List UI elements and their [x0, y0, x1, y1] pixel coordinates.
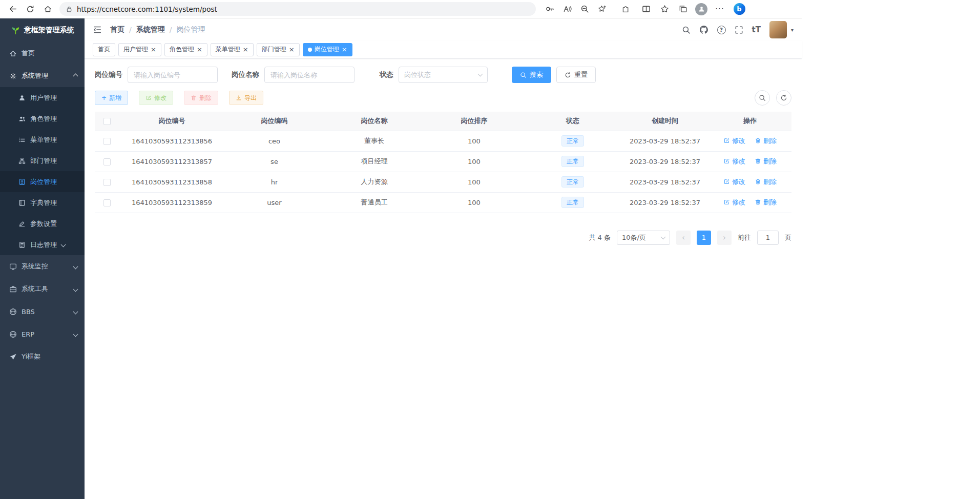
sidebar-item-home[interactable]: 首页 [0, 42, 85, 65]
row-edit-link[interactable]: 修改 [723, 198, 745, 207]
row-checkbox[interactable] [103, 138, 111, 145]
help-icon[interactable]: ? [717, 26, 726, 34]
gear-icon [9, 72, 17, 80]
edit-icon [145, 95, 152, 101]
browser-profile-avatar[interactable] [694, 2, 709, 17]
app-header: 首页 / 系统管理 / 岗位管理 ? tT ▾ [85, 18, 802, 41]
edit-button[interactable]: 修改 [139, 91, 173, 105]
favorites-icon[interactable] [657, 2, 672, 17]
bing-icon: b [734, 3, 745, 15]
tab-role-management[interactable]: 角色管理 × [164, 43, 207, 56]
sidebar-item-dict-management[interactable]: 字典管理 [0, 192, 85, 213]
post-table: 岗位编号 岗位编码 岗位名称 岗位排序 状态 创建时间 操作 16410305 [95, 112, 791, 213]
password-key-icon[interactable] [542, 2, 557, 17]
row-checkbox[interactable] [103, 199, 111, 206]
split-screen-icon[interactable] [638, 2, 654, 17]
search-icon [520, 72, 527, 78]
row-edit-link[interactable]: 修改 [723, 177, 745, 186]
search-button[interactable]: 搜索 [512, 67, 551, 83]
chevron-down-icon [661, 234, 666, 239]
browser-home-button[interactable] [40, 2, 55, 17]
user-icon [18, 94, 26, 101]
breadcrumb-system[interactable]: 系统管理 [136, 25, 165, 34]
tab-home[interactable]: 首页 [93, 43, 115, 56]
page-number-1[interactable]: 1 [697, 231, 711, 245]
status-badge: 正常 [561, 135, 584, 147]
zoom-icon[interactable] [577, 2, 592, 17]
add-favorite-icon[interactable] [594, 2, 610, 17]
goto-page-input[interactable] [757, 231, 779, 245]
add-button[interactable]: + 新增 [95, 91, 128, 105]
sidebar-item-system-tools[interactable]: 系统工具 [0, 278, 85, 300]
close-icon[interactable]: × [289, 46, 295, 53]
read-aloud-icon[interactable] [559, 2, 575, 17]
sidebar-item-user-management[interactable]: 用户管理 [0, 87, 85, 108]
browser-back-button[interactable] [5, 2, 20, 17]
next-page-button[interactable]: › [717, 231, 732, 245]
refresh-table-button[interactable] [776, 90, 791, 106]
browser-menu-button[interactable]: ··· [712, 2, 727, 17]
breadcrumb-home[interactable]: 首页 [110, 25, 124, 34]
tab-dept-management[interactable]: 部门管理 × [257, 43, 300, 56]
sidebar-item-role-management[interactable]: 角色管理 [0, 108, 85, 129]
avatar-caret-icon[interactable]: ▾ [791, 27, 794, 33]
globe-icon [9, 330, 17, 338]
address-bar[interactable]: https://ccnetcore.com:1101/system/post [59, 2, 536, 16]
row-delete-link[interactable]: 删除 [755, 198, 777, 207]
close-icon[interactable]: × [342, 46, 347, 53]
export-button[interactable]: 导出 [229, 91, 263, 105]
select-all-checkbox[interactable] [103, 118, 111, 125]
sidebar-item-bbs[interactable]: BBS [0, 300, 85, 323]
tab-menu-management[interactable]: 菜单管理 × [211, 43, 254, 56]
post-name-label: 岗位名称 [232, 70, 259, 79]
sidebar-item-dept-management[interactable]: 部门管理 [0, 150, 85, 171]
sidebar-fold-button[interactable] [93, 25, 102, 34]
sidebar-item-menu-management[interactable]: 菜单管理 [0, 129, 85, 150]
sidebar-item-system-management[interactable]: 系统管理 [0, 65, 85, 87]
post-no-input[interactable] [128, 67, 218, 83]
row-delete-link[interactable]: 删除 [755, 177, 777, 186]
sidebar-item-yi-framework[interactable]: Yi框架 [0, 345, 85, 368]
row-edit-link[interactable]: 修改 [723, 157, 745, 166]
row-checkbox[interactable] [103, 179, 111, 186]
close-icon[interactable]: × [197, 46, 202, 53]
book-icon [18, 199, 26, 206]
fullscreen-icon[interactable] [735, 26, 743, 34]
sidebar-item-post-management[interactable]: 岗位管理 [0, 171, 85, 192]
row-delete-link[interactable]: 删除 [755, 136, 777, 145]
briefcase-icon [9, 285, 17, 293]
sidebar-item-system-monitor[interactable]: 系统监控 [0, 255, 85, 278]
delete-button[interactable]: 删除 [184, 91, 218, 105]
breadcrumb: 首页 / 系统管理 / 岗位管理 [110, 25, 205, 34]
download-icon [236, 95, 242, 101]
sidebar-item-param-settings[interactable]: 参数设置 [0, 213, 85, 234]
sidebar-item-log-management[interactable]: 日志管理 [0, 234, 85, 255]
github-icon[interactable] [699, 25, 708, 34]
prev-page-button[interactable]: ‹ [676, 231, 691, 245]
tab-post-management[interactable]: 岗位管理 × [303, 43, 352, 56]
close-icon[interactable]: × [243, 46, 248, 53]
status-select[interactable]: 岗位状态 [399, 67, 488, 83]
post-name-input[interactable] [264, 67, 355, 83]
page-unit-label: 页 [785, 233, 791, 242]
leaf-logo-icon [11, 26, 20, 35]
row-edit-link[interactable]: 修改 [723, 136, 745, 145]
browser-refresh-button[interactable] [23, 2, 38, 17]
toggle-search-button[interactable] [755, 90, 770, 106]
status-badge: 正常 [561, 156, 584, 167]
bing-chat-button[interactable]: b [732, 2, 747, 17]
search-icon[interactable] [682, 26, 691, 34]
row-checkbox[interactable] [103, 158, 111, 165]
row-delete-link[interactable]: 删除 [755, 157, 777, 166]
sidebar-item-erp[interactable]: ERP [0, 323, 85, 345]
tab-user-management[interactable]: 用户管理 × [118, 43, 161, 56]
page-size-select[interactable]: 10条/页 [617, 231, 670, 245]
collections-icon[interactable] [675, 2, 691, 17]
text-size-icon[interactable]: tT [752, 25, 761, 34]
extensions-icon[interactable] [618, 2, 633, 17]
plus-icon: + [101, 94, 107, 101]
reset-button[interactable]: 重置 [556, 67, 596, 83]
browser-window: https://ccnetcore.com:1101/system/post ·… [0, 0, 802, 499]
user-avatar[interactable] [769, 21, 787, 38]
close-icon[interactable]: × [151, 46, 156, 53]
